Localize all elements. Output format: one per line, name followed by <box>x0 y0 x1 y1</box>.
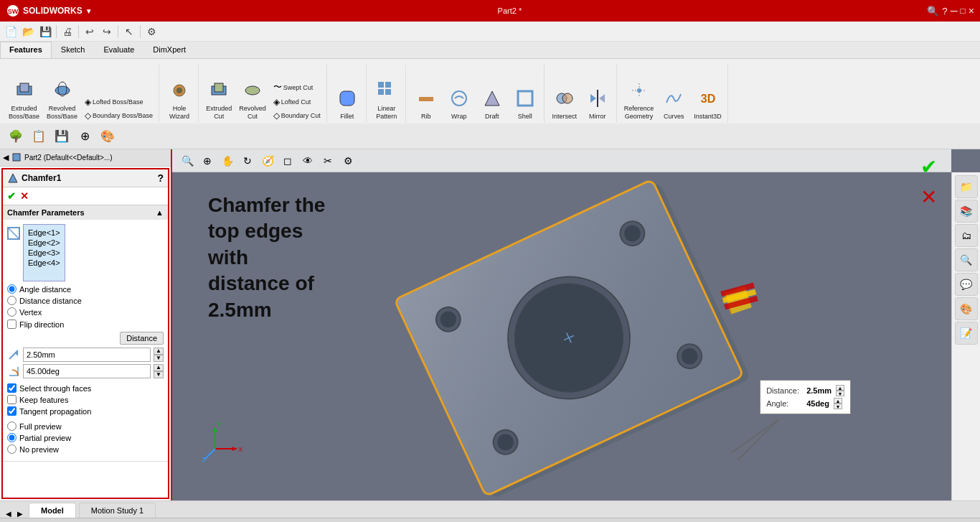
close-btn[interactable]: × <box>969 5 974 17</box>
keep-features-row[interactable]: Keep features <box>7 395 164 404</box>
quick-launch-arrow[interactable]: ▼ <box>85 7 93 15</box>
tangent-propagation-checkbox[interactable] <box>7 406 17 416</box>
angle-distance-option[interactable]: Angle distance <box>7 284 164 294</box>
no-preview-radio[interactable] <box>7 444 17 454</box>
rib-btn[interactable]: Rib <box>410 87 442 122</box>
extruded-cut-btn[interactable]: Extruded Cut <box>203 79 235 122</box>
distance-spin-up[interactable]: ▲ <box>154 348 164 355</box>
display-style-btn[interactable]: ◻ <box>278 152 297 170</box>
select-btn[interactable]: ↖ <box>121 24 137 39</box>
section-view-btn[interactable]: ✂ <box>319 152 337 170</box>
hide-show-btn[interactable]: 👁 <box>298 152 317 170</box>
hole-wizard-btn[interactable]: Hole Wizard <box>164 79 195 122</box>
flip-direction-row[interactable]: Flip direction <box>7 320 164 329</box>
intersect-btn[interactable]: Intersect <box>549 87 580 122</box>
pm-ok-btn[interactable]: ✔ <box>7 190 16 202</box>
tab-features[interactable]: Features <box>0 42 52 58</box>
zoom-to-fit-btn[interactable]: 🔍 <box>178 152 197 170</box>
new-btn[interactable]: 📄 <box>3 24 19 39</box>
viewport[interactable]: 🔍 ⊕ ✋ ↻ 🧭 ◻ 👁 ✂ ⚙ ✔ ✕ <box>172 149 980 500</box>
pan-btn[interactable]: ✋ <box>218 152 237 170</box>
distance-input[interactable] <box>23 348 151 362</box>
shell-btn[interactable]: Shell <box>509 87 541 122</box>
save-btn[interactable]: 💾 <box>37 24 53 39</box>
mirror-btn[interactable]: Mirror <box>582 87 613 122</box>
boundary-cut-btn[interactable]: ◇ Boundary Cut <box>270 109 324 122</box>
restore-btn[interactable]: □ <box>961 6 966 16</box>
distance-spin-down[interactable]: ▼ <box>154 355 164 362</box>
no-preview-row[interactable]: No preview <box>7 444 164 454</box>
tangent-propagation-row[interactable]: Tangent propagation <box>7 406 164 416</box>
tab-evaluate[interactable]: Evaluate <box>95 42 144 58</box>
draft-btn[interactable]: Draft <box>476 87 508 122</box>
check-overlay[interactable]: ✔ <box>920 155 937 179</box>
display-manager-btn[interactable]: 🎨 <box>98 126 118 146</box>
wrap-btn[interactable]: Wrap <box>443 87 475 122</box>
reference-geometry-btn[interactable]: Reference Geometry <box>621 79 657 122</box>
redo-btn[interactable]: ↪ <box>99 24 115 39</box>
search-commands-btn[interactable]: 🔍 <box>955 248 978 271</box>
prev-tab-btn[interactable]: ◀ <box>3 510 14 518</box>
select-through-faces-row[interactable]: Select through faces <box>7 383 164 393</box>
open-btn[interactable]: 📂 <box>20 24 36 39</box>
distance-label-btn[interactable]: Distance <box>120 332 164 345</box>
view-orient-btn[interactable]: 🧭 <box>258 152 277 170</box>
flip-direction-checkbox[interactable] <box>7 320 17 329</box>
angle-spin-down[interactable]: ▼ <box>154 371 164 378</box>
instant3d-btn[interactable]: 3D Instant3D <box>691 87 725 122</box>
boundary-boss-btn[interactable]: ◇ Boundary Boss/Base <box>82 109 156 122</box>
curves-btn[interactable]: Curves <box>658 87 689 122</box>
vertex-option[interactable]: Vertex <box>7 307 164 317</box>
dim-dist-spin-down[interactable]: ▼ <box>836 391 844 396</box>
fillet-btn[interactable]: Fillet <box>331 87 363 122</box>
revolved-boss-btn[interactable]: Revolved Boss/Base <box>44 79 80 122</box>
feature-tree-btn[interactable]: 🌳 <box>6 126 26 146</box>
custom-property-btn[interactable]: 📝 <box>955 322 978 345</box>
zoom-to-area-btn[interactable]: ⊕ <box>198 152 217 170</box>
x-overlay[interactable]: ✕ <box>920 185 937 209</box>
extruded-boss-btn[interactable]: Extruded Boss/Base <box>6 79 42 122</box>
options-btn[interactable]: ⚙ <box>143 24 159 39</box>
dim-dist-spin-up[interactable]: ▲ <box>836 385 844 391</box>
angle-spin-up[interactable]: ▲ <box>154 364 164 371</box>
dim-xpert-manager-btn[interactable]: ⊕ <box>75 126 95 146</box>
revolved-cut-btn[interactable]: Revolved Cut <box>236 79 269 122</box>
partial-preview-radio[interactable] <box>7 433 17 442</box>
edge-list[interactable]: Edge<1> Edge<2> Edge<3> Edge<4> <box>23 224 65 281</box>
file-explorer-btn[interactable]: 🗂 <box>955 224 978 247</box>
full-preview-row[interactable]: Full preview <box>7 421 164 431</box>
help-btn[interactable]: ? <box>942 6 947 17</box>
swept-cut-btn[interactable]: 〜 Swept Cut <box>270 80 324 95</box>
undo-btn[interactable]: ↩ <box>82 24 98 39</box>
view-setting-btn[interactable]: ⚙ <box>339 152 357 170</box>
minimize-btn[interactable]: ─ <box>951 5 958 17</box>
keep-features-checkbox[interactable] <box>7 395 17 404</box>
angle-distance-radio[interactable] <box>7 284 17 294</box>
linear-pattern-btn[interactable]: Linear Pattern <box>371 79 402 122</box>
lofted-cut-btn[interactable]: ◈ Lofted Cut <box>270 95 324 108</box>
part-tree-item[interactable] <box>11 152 22 164</box>
appearance-btn[interactable]: 🎨 <box>955 297 978 320</box>
solidworks-forum-btn[interactable]: 💬 <box>955 273 978 296</box>
dim-angle-spin-down[interactable]: ▼ <box>834 404 842 409</box>
tab-model[interactable]: Model <box>29 503 76 518</box>
tab-dimxpert[interactable]: DimXpert <box>143 42 195 58</box>
angle-input[interactable] <box>23 364 151 378</box>
property-manager-btn[interactable]: 📋 <box>29 126 49 146</box>
pm-cancel-btn[interactable]: ✕ <box>20 190 29 202</box>
print-btn[interactable]: 🖨 <box>60 24 75 39</box>
full-preview-radio[interactable] <box>7 421 17 431</box>
tab-motion-study[interactable]: Motion Study 1 <box>79 503 156 518</box>
distance-distance-radio[interactable] <box>7 296 17 305</box>
rotate-btn[interactable]: ↻ <box>238 152 257 170</box>
lofted-boss-btn[interactable]: ◈ Lofted Boss/Base <box>82 95 156 108</box>
partial-preview-row[interactable]: Partial preview <box>7 433 164 442</box>
pm-help-btn[interactable]: ? <box>157 172 164 184</box>
dim-angle-spin-up[interactable]: ▲ <box>834 398 842 404</box>
distance-distance-option[interactable]: Distance distance <box>7 296 164 305</box>
config-manager-btn[interactable]: 💾 <box>52 126 72 146</box>
next-tab-btn[interactable]: ▶ <box>14 510 26 518</box>
tab-sketch[interactable]: Sketch <box>52 42 95 58</box>
design-library-btn[interactable]: 📚 <box>955 200 978 223</box>
select-through-faces-checkbox[interactable] <box>7 383 17 393</box>
